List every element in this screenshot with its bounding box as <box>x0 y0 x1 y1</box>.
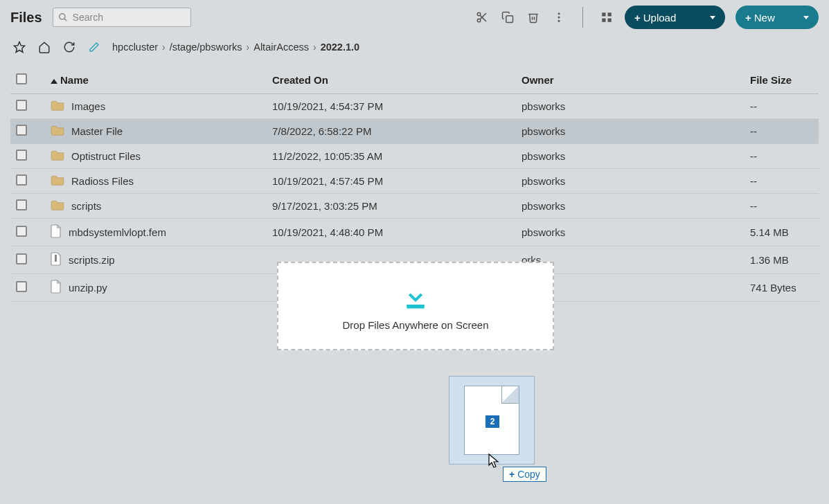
svg-marker-14 <box>15 42 25 53</box>
search-input[interactable] <box>53 8 191 27</box>
size-cell: 741 Bytes <box>745 274 819 302</box>
row-checkbox[interactable] <box>16 100 27 111</box>
svg-point-3 <box>477 19 481 22</box>
folder-icon <box>51 174 64 188</box>
topbar: Files +Upload +New <box>0 0 829 35</box>
file-name: scripts <box>71 200 101 212</box>
plus-icon: + <box>745 12 751 24</box>
table-row[interactable]: scripts9/17/2021, 3:03:25 PMpbsworks-- <box>10 194 819 219</box>
more-icon[interactable] <box>551 10 567 25</box>
svg-point-2 <box>477 12 481 16</box>
select-all-checkbox[interactable] <box>16 73 27 84</box>
folder-icon <box>51 199 64 213</box>
row-checkbox[interactable] <box>16 226 27 237</box>
table-row[interactable]: Optistruct Files11/2/2022, 10:05:35 AMpb… <box>10 144 819 169</box>
breadcrumb: hpccluster › /stage/pbsworks › AltairAcc… <box>112 42 359 53</box>
grid-view-icon[interactable] <box>599 10 614 25</box>
new-button[interactable]: +New <box>736 6 819 29</box>
header-name[interactable]: Name <box>45 66 267 94</box>
row-checkbox[interactable] <box>16 174 27 186</box>
svg-rect-16 <box>407 305 425 309</box>
folder-icon <box>51 125 64 138</box>
chevron-down-icon <box>710 16 715 19</box>
download-icon <box>400 282 431 312</box>
header-size[interactable]: File Size <box>745 66 819 94</box>
drag-count-badge: 2 <box>485 415 499 428</box>
table-row[interactable]: Master File7/8/2022, 6:58:22 PMpbsworks-… <box>10 119 819 144</box>
table-row[interactable]: Radioss Files10/19/2021, 4:57:45 PMpbswo… <box>10 169 819 194</box>
row-checkbox[interactable] <box>16 281 27 292</box>
file-name: Images <box>71 100 105 112</box>
size-cell: -- <box>745 169 819 194</box>
favorite-icon[interactable] <box>12 40 26 54</box>
svg-line-1 <box>64 19 66 21</box>
created-cell: 10/19/2021, 4:48:40 PM <box>267 219 516 246</box>
table-header-row: Name Created On Owner File Size <box>10 66 819 94</box>
header-checkbox <box>10 66 45 94</box>
size-cell: -- <box>745 94 819 119</box>
row-checkbox[interactable] <box>16 199 27 210</box>
row-checkbox[interactable] <box>16 150 27 161</box>
edit-icon[interactable] <box>87 40 101 54</box>
breadcrumb-item[interactable]: AltairAccess <box>253 42 309 53</box>
folder-icon <box>51 100 64 113</box>
created-cell: 9/17/2021, 3:03:25 PM <box>267 194 516 219</box>
owner-cell: pbsworks <box>516 94 745 119</box>
file-icon <box>51 280 62 296</box>
svg-point-9 <box>558 20 560 22</box>
chevron-right-icon: › <box>313 42 317 53</box>
breadcrumb-item[interactable]: /stage/pbsworks <box>170 42 242 53</box>
plus-icon: + <box>509 469 515 480</box>
chevron-right-icon: › <box>247 42 250 53</box>
file-name: unzip.py <box>69 282 107 294</box>
created-cell: 10/19/2021, 4:57:45 PM <box>267 169 516 194</box>
drop-zone[interactable]: Drop Files Anywhere on Screen <box>277 262 554 350</box>
svg-rect-11 <box>608 12 612 16</box>
file-name: mbdsystemlvlopt.fem <box>69 226 166 238</box>
table-row[interactable]: mbdsystemlvlopt.fem10/19/2021, 4:48:40 P… <box>10 219 819 246</box>
upload-button[interactable]: +Upload <box>625 6 725 29</box>
divider <box>582 7 583 28</box>
trash-icon[interactable] <box>526 10 541 25</box>
file-name: Master File <box>71 125 123 137</box>
header-owner[interactable]: Owner <box>516 66 745 94</box>
size-cell: -- <box>745 194 819 219</box>
owner-cell: pbsworks <box>516 119 745 144</box>
owner-cell: pbsworks <box>516 144 745 169</box>
row-checkbox[interactable] <box>16 125 27 136</box>
file-icon <box>51 224 62 240</box>
zip-icon <box>51 252 62 268</box>
size-cell: -- <box>745 119 819 144</box>
file-name: Radioss Files <box>71 175 134 187</box>
size-cell: 5.14 MB <box>745 219 819 246</box>
chevron-down-icon <box>803 16 809 19</box>
svg-rect-10 <box>602 12 605 16</box>
row-checkbox[interactable] <box>16 253 27 264</box>
drop-zone-text: Drop Files Anywhere on Screen <box>343 319 489 331</box>
plus-icon: + <box>634 12 641 24</box>
svg-point-0 <box>59 14 64 19</box>
copy-tooltip: + Copy <box>503 467 546 482</box>
owner-cell: pbsworks <box>516 194 745 219</box>
cut-icon[interactable] <box>474 10 490 25</box>
breadcrumb-item-current[interactable]: 2022.1.0 <box>321 42 359 53</box>
sort-asc-icon <box>51 79 57 84</box>
breadcrumb-item[interactable]: hpccluster <box>112 42 158 53</box>
page-title: Files <box>10 10 42 26</box>
home-icon[interactable] <box>37 40 51 54</box>
svg-rect-13 <box>608 19 612 22</box>
svg-point-8 <box>558 17 560 19</box>
svg-rect-12 <box>602 19 605 22</box>
folder-icon <box>51 150 64 163</box>
copy-icon[interactable] <box>500 10 515 25</box>
header-created[interactable]: Created On <box>267 66 516 94</box>
refresh-icon[interactable] <box>62 40 76 54</box>
owner-cell: pbsworks <box>516 169 745 194</box>
chevron-right-icon: › <box>162 42 166 53</box>
navbar: hpccluster › /stage/pbsworks › AltairAcc… <box>0 35 829 60</box>
table-row[interactable]: Images10/19/2021, 4:54:37 PMpbsworks-- <box>10 94 819 119</box>
size-cell: -- <box>745 144 819 169</box>
document-icon: 2 <box>464 386 519 455</box>
search-wrap <box>53 8 191 27</box>
created-cell: 11/2/2022, 10:05:35 AM <box>267 144 516 169</box>
